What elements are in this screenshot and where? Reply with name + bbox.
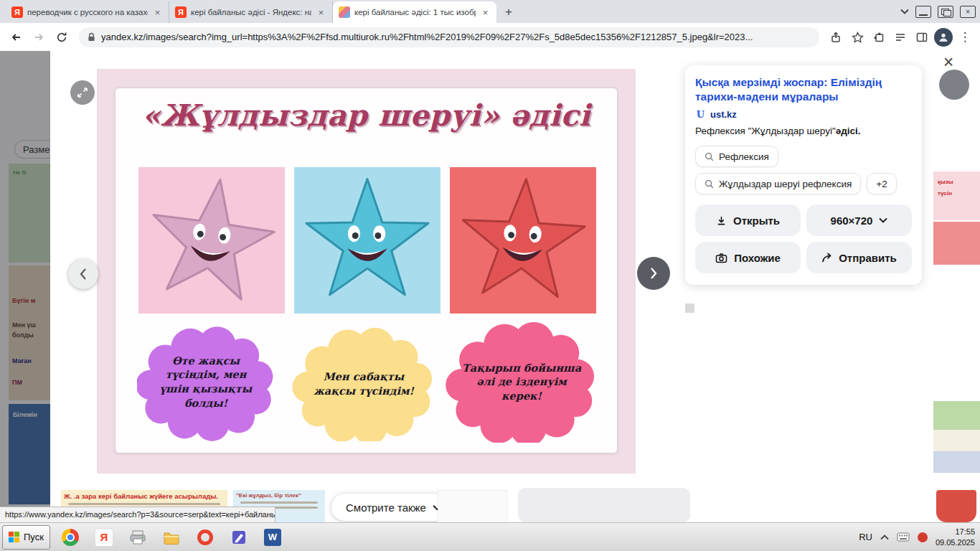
address-bar[interactable]: yandex.kz/images/search?img_url=https%3A…	[79, 27, 819, 47]
overlay-dim	[0, 51, 50, 522]
chip-label: +2	[876, 179, 887, 189]
result-thumbnail[interactable]	[933, 222, 980, 265]
browser-toolbar: yandex.kz/images/search?img_url=https%3A…	[0, 23, 980, 51]
sidebar-icon[interactable]	[913, 28, 931, 47]
button-label: Смотрите также	[346, 501, 426, 514]
related-block	[518, 488, 690, 522]
image-title: «Жұлдыздар шеруі» әдісі	[116, 98, 617, 133]
chip-label: Рефлексия	[719, 151, 769, 162]
system-tray: RU 17:55 09.05.2025	[859, 527, 980, 548]
camera-icon	[715, 253, 727, 263]
printer-taskbar-icon[interactable]	[126, 526, 149, 549]
fullscreen-expand-button[interactable]	[70, 80, 95, 105]
wordpad-taskbar-icon[interactable]	[227, 526, 250, 549]
tab-images-active[interactable]: кері байланыс әдісі: 1 тыс изобра ×	[333, 1, 496, 23]
tab-close-icon[interactable]: ×	[152, 7, 163, 18]
open-image-button[interactable]: Открыть	[695, 204, 801, 236]
thumbnail-title: Ж. .а зара кері байланыс жүйеге асырылад…	[64, 492, 225, 500]
tab-title: кері байланыс әдісі: 1 тыс изобра	[354, 8, 476, 17]
start-label: Пуск	[24, 532, 44, 542]
yandex-favicon: Я	[11, 6, 23, 18]
cloud-text: Өте жақсы түсіндім, мен үшін қызықты бол…	[137, 354, 275, 410]
result-thumbnail[interactable]	[936, 490, 976, 522]
images-favicon	[339, 6, 350, 18]
related-query-chip[interactable]: Жұлдыздар шеруі рефлексия	[695, 173, 861, 194]
window-close-button[interactable]: ×	[960, 6, 976, 18]
button-label: Отправить	[839, 252, 897, 264]
cloud-bubble-pink: Тақырып бойынша әлі де ізденуім керек!	[440, 321, 603, 443]
windows-logo-icon	[9, 532, 19, 542]
antivirus-tray-icon[interactable]	[918, 532, 928, 542]
tab-title: переводчик с русского на казахски	[27, 8, 148, 17]
cloud-bubble-yellow: Мен сабақты жақсы түсіндім!	[292, 326, 435, 441]
background-page-right: × қызы түсін	[930, 51, 980, 522]
chrome-taskbar-icon[interactable]	[59, 526, 82, 549]
back-button[interactable]	[6, 27, 26, 47]
start-button[interactable]: Пуск	[2, 525, 50, 550]
star-box-pink	[138, 167, 285, 314]
source-site-link[interactable]: ust.kz	[710, 109, 737, 120]
share-icon[interactable]	[826, 28, 845, 47]
windows-taskbar: Пуск Я W RU 17:55 09.05.2025	[0, 522, 980, 551]
taskbar-clock[interactable]: 17:55 09.05.2025	[936, 527, 975, 548]
tab-list-chevron-icon[interactable]	[900, 9, 909, 14]
red-star-icon	[453, 170, 593, 310]
language-indicator[interactable]: RU	[859, 532, 872, 542]
close-viewer-icon[interactable]: ×	[939, 52, 958, 71]
result-thumbnail[interactable]: қызы түсін	[933, 171, 980, 220]
related-query-chip[interactable]: Рефлексия	[695, 146, 778, 167]
send-button[interactable]: Отправить	[806, 242, 912, 273]
reading-list-icon[interactable]	[891, 28, 910, 47]
menu-icon[interactable]: ⋮	[956, 28, 974, 47]
result-thumbnail[interactable]	[933, 401, 980, 473]
extensions-icon[interactable]	[870, 28, 888, 47]
bookmark-star-icon[interactable]	[848, 28, 867, 47]
yandex-taskbar-icon[interactable]: Я	[93, 526, 116, 549]
browser-window: Я переводчик с русского на казахски × Я …	[0, 0, 980, 551]
profile-avatar[interactable]	[934, 28, 953, 47]
minimize-button[interactable]	[915, 6, 931, 18]
thumbnail-title: "Екі жұлдыз, бір тілек"	[236, 492, 322, 499]
tab-close-icon[interactable]: ×	[480, 7, 491, 18]
word-taskbar-icon[interactable]: W	[261, 526, 284, 549]
folder-taskbar-icon[interactable]	[160, 526, 183, 549]
opera-taskbar-icon[interactable]	[194, 526, 217, 549]
chevron-down-icon	[879, 217, 887, 223]
image-info-panel: Қысқа мерзімді жоспар: Еліміздің тарихи-…	[685, 65, 922, 285]
image-card: «Жұлдыздар шеруі» әдісі	[115, 88, 618, 453]
more-queries-chip[interactable]: +2	[867, 173, 896, 194]
download-icon	[716, 215, 727, 226]
button-label: Похожие	[734, 252, 781, 264]
similar-images-button[interactable]: Похожие	[695, 242, 801, 273]
tab-close-icon[interactable]: ×	[316, 7, 326, 18]
thumbnail-text: қызы	[938, 179, 953, 185]
search-icon	[705, 179, 714, 189]
result-title-link[interactable]: Қысқа мерзімді жоспар: Еліміздің тарихи-…	[695, 75, 912, 104]
new-tab-button[interactable]: +	[499, 3, 518, 22]
restore-button[interactable]	[938, 6, 953, 18]
previous-image-button[interactable]	[68, 259, 98, 289]
star-box-red	[450, 167, 596, 314]
cloud-text: Мен сабақты жақсы түсіндім!	[292, 369, 435, 397]
send-arrow-icon	[821, 253, 832, 263]
yandex-favicon: Я	[175, 6, 187, 18]
tab-search[interactable]: Я кері байланыс әдісі - Яндекс: наш ×	[169, 1, 333, 23]
background-page-left: Разме Не бі Бүгін м Мен үш болды Маған П…	[0, 51, 50, 522]
lock-icon	[88, 32, 95, 42]
button-label: Открыть	[733, 215, 780, 227]
loading-thumbnail-placeholder	[685, 303, 694, 313]
image-viewer: «Жұлдыздар шеруі» әдісі	[50, 51, 930, 482]
tab-translator[interactable]: Я переводчик с русского на казахски ×	[6, 1, 169, 23]
forward-button[interactable]	[29, 27, 49, 47]
pink-star-icon	[136, 165, 287, 316]
image-size-button[interactable]: 960×720	[806, 204, 912, 236]
keyboard-tray-icon[interactable]	[897, 532, 910, 542]
related-thumbnail[interactable]	[438, 490, 507, 524]
hidden-icons-chevron[interactable]	[880, 534, 889, 540]
viewed-image: «Жұлдыздар шеруі» әдісі	[97, 69, 636, 474]
tab-title: кері байланыс әдісі - Яндекс: наш	[191, 8, 311, 17]
reload-button[interactable]	[52, 27, 72, 47]
next-image-button[interactable]	[637, 257, 670, 290]
page-fragment-circle	[939, 70, 969, 100]
search-icon	[705, 152, 714, 161]
